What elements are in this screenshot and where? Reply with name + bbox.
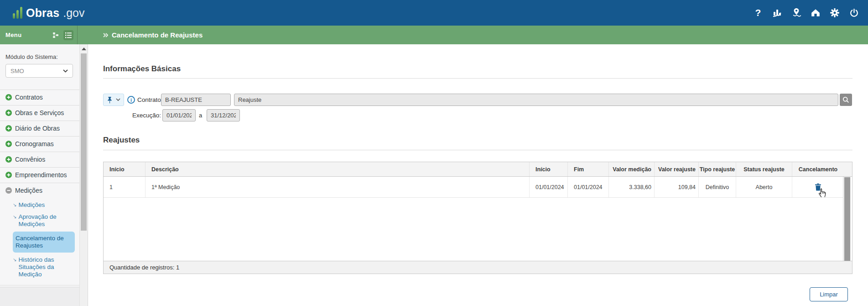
sidebar-scrollbar-thumb[interactable] xyxy=(81,53,87,231)
header-icon-bar: ? xyxy=(752,7,860,19)
contrato-code-input[interactable] xyxy=(161,94,231,106)
cell-inicio-data: 01/01/2024 xyxy=(530,177,568,197)
home-icon[interactable] xyxy=(810,7,821,19)
top-header: Obras .gov ? xyxy=(0,0,868,26)
sidebar-item-empreendimentos[interactable]: Empreendimentos xyxy=(0,167,79,183)
reajustes-table: Início Descrição Início Fim Valor mediçã… xyxy=(103,162,852,274)
brand-suffix: .gov xyxy=(63,6,84,20)
cell-tipo-reajuste: Definitivo xyxy=(699,177,736,197)
cell-fim: 01/01/2024 xyxy=(568,177,609,197)
page-title-bar: Cancelamento de Reajustes xyxy=(78,26,868,44)
search-icon xyxy=(842,96,849,103)
info-icon[interactable]: i xyxy=(127,96,135,104)
scroll-up-arrow-icon[interactable] xyxy=(82,47,86,50)
table-footer: Quantidade de registros: 1 xyxy=(104,261,852,274)
medicoes-submenu: ↘ Medições ↘ Aprovação de Medições Cance… xyxy=(0,198,79,285)
sidebar-item-contratos[interactable]: Contratos xyxy=(0,90,79,105)
sidebar-scrollbar[interactable] xyxy=(79,44,88,306)
sidebar-item-medicoes[interactable]: Medições xyxy=(0,183,79,198)
power-icon[interactable] xyxy=(848,7,860,19)
subitem-arrow-icon: ↘ xyxy=(13,256,16,263)
search-contrato-button[interactable] xyxy=(840,94,852,106)
bar-chart-logo-icon xyxy=(13,7,22,19)
basic-info-title: Informações Básicas xyxy=(103,64,181,74)
table-row: 1 1ª Medição 01/01/2024 01/01/2024 3.338… xyxy=(104,177,844,198)
list-view-icon[interactable] xyxy=(63,30,73,40)
sidebar-item-diario-obras[interactable]: Diário de Obras xyxy=(0,121,79,136)
contrato-name-input[interactable] xyxy=(234,94,838,106)
menu-bar: Menu Cancelamento de Reajustes xyxy=(0,26,868,44)
obras-gov-logo[interactable]: Obras .gov xyxy=(13,6,85,20)
cell-valor-medicao: 3.338,60 xyxy=(609,177,655,197)
execucao-label: Execução: xyxy=(115,112,161,119)
sidebar-subitem-cancelamento-reajustes[interactable]: Cancelamento de Reajustes xyxy=(13,232,75,253)
col-cancelamento: Cancelamento xyxy=(792,162,844,176)
plus-circle-icon xyxy=(5,110,12,116)
plus-circle-icon xyxy=(5,125,12,132)
table-scrollbar[interactable] xyxy=(843,177,851,262)
plus-circle-icon xyxy=(5,94,12,100)
menu-label: Menu xyxy=(5,32,22,38)
subitem-arrow-icon: ↘ xyxy=(13,201,16,208)
table-header-row: Início Descrição Início Fim Valor mediçã… xyxy=(104,162,852,177)
stats-icon[interactable] xyxy=(771,7,783,19)
sidebar-subitem-medicoes[interactable]: ↘ Medições xyxy=(0,199,79,211)
trash-icon xyxy=(815,183,821,191)
pin-favorite-control[interactable] xyxy=(103,94,124,106)
col-valor-medicao: Valor medição xyxy=(609,162,655,176)
execucao-end-input[interactable] xyxy=(207,109,240,121)
page-title: Cancelamento de Reajustes xyxy=(112,31,203,39)
col-status-reajuste: Status reajuste xyxy=(736,162,792,176)
module-label: Módulo do Sistema: xyxy=(5,53,58,60)
cell-valor-reajuste: 109,84 xyxy=(655,177,699,197)
cell-descricao: 1ª Medição xyxy=(146,177,530,197)
chevron-down-icon xyxy=(116,98,120,101)
col-valor-reajuste: Valor reajuste xyxy=(655,162,699,176)
sidebar-item-convenios[interactable]: Convênios xyxy=(0,152,79,167)
plus-circle-icon xyxy=(5,156,12,163)
sidebar: Módulo do Sistema: SMO Contratos Obras e… xyxy=(0,44,79,306)
breadcrumb-chevron-icon xyxy=(103,32,108,38)
tree-view-icon[interactable] xyxy=(51,30,61,40)
record-count: Quantidade de registros: 1 xyxy=(109,264,179,271)
module-select[interactable]: SMO xyxy=(5,64,73,78)
brand-name: Obras xyxy=(26,6,59,20)
obras-gov-app: Obras .gov ? Menu xyxy=(0,0,868,306)
col-inicio-data: Início xyxy=(530,162,568,176)
reajustes-title: Reajustes xyxy=(103,136,140,145)
cell-status-reajuste: Aberto xyxy=(736,177,792,197)
chevron-down-icon xyxy=(63,69,68,73)
section-divider xyxy=(103,150,852,150)
sidebar-subitem-historico-situacoes[interactable]: ↘ Histórico das Situações da Medição xyxy=(0,254,79,280)
sidebar-menu-header: Menu xyxy=(0,26,78,44)
settings-icon[interactable] xyxy=(829,7,841,19)
sidebar-footer-area xyxy=(0,287,79,306)
col-inicio: Início xyxy=(104,162,146,176)
sidebar-item-cronogramas[interactable]: Cronogramas xyxy=(0,136,79,152)
module-select-value: SMO xyxy=(10,68,24,74)
section-divider xyxy=(103,78,852,79)
main-content: Informações Básicas i Contrato*: Execuçã… xyxy=(88,44,868,306)
col-descricao: Descrição xyxy=(146,162,530,176)
cell-inicio: 1 xyxy=(104,177,146,197)
col-tipo-reajuste: Tipo reajuste xyxy=(699,162,736,176)
col-fim: Fim xyxy=(568,162,609,176)
subitem-arrow-icon: ↘ xyxy=(13,213,16,220)
table-scrollbar-thumb[interactable] xyxy=(844,177,850,261)
execucao-start-input[interactable] xyxy=(162,109,196,121)
help-icon[interactable]: ? xyxy=(752,7,764,19)
map-location-icon[interactable] xyxy=(790,7,802,19)
sidebar-subitem-aprovacao-medicoes[interactable]: ↘ Aprovação de Medições xyxy=(0,211,79,230)
minus-circle-icon xyxy=(5,187,12,194)
plus-circle-icon xyxy=(5,141,12,147)
pushpin-icon xyxy=(107,96,113,104)
sidebar-menu: Contratos Obras e Serviços Diário de Obr… xyxy=(0,90,79,306)
plus-circle-icon xyxy=(5,172,12,178)
limpar-button[interactable]: Limpar xyxy=(810,287,848,301)
sidebar-item-obras-servicos[interactable]: Obras e Serviços xyxy=(0,105,79,121)
execucao-separator: a xyxy=(199,112,202,119)
cancel-reajuste-button[interactable] xyxy=(815,183,821,191)
